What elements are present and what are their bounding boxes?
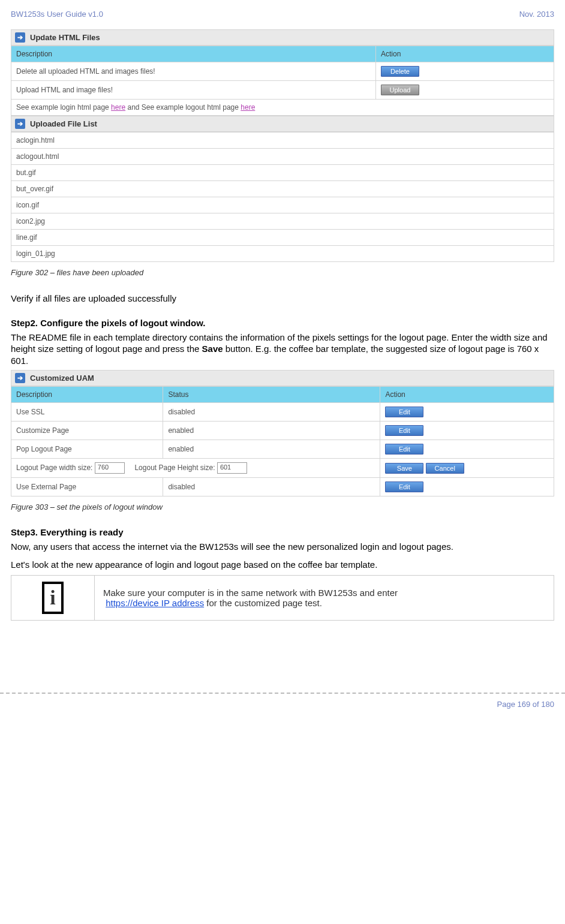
list-item: but.gif xyxy=(11,165,554,181)
login-example-link[interactable]: here xyxy=(111,103,125,112)
desc-cell: Use SSL xyxy=(11,403,163,422)
table-row: Delete all uploaded HTML and images file… xyxy=(11,62,554,81)
device-ip-link[interactable]: https://device IP address xyxy=(106,598,204,608)
file-name: login_01.jpg xyxy=(11,246,554,262)
doc-title: BW1253s User Guide v1.0 xyxy=(11,10,103,19)
text: See example login html page xyxy=(16,103,111,112)
arrow-icon: ➔ xyxy=(15,373,25,383)
bold-save: Save xyxy=(202,344,223,354)
action-cell: Edit xyxy=(380,422,554,440)
table-row: Upload HTML and image files! Upload xyxy=(11,81,554,100)
action-cell: Edit xyxy=(380,403,554,422)
desc-cell: Delete all uploaded HTML and images file… xyxy=(11,62,376,81)
update-html-section-bar: ➔ Update HTML Files xyxy=(11,29,554,46)
file-name: line.gif xyxy=(11,230,554,246)
text: and See example logout html page xyxy=(125,103,241,112)
file-name: but.gif xyxy=(11,165,554,181)
status-cell: disabled xyxy=(163,478,380,496)
status-cell: enabled xyxy=(163,440,380,459)
desc-cell: Customize Page xyxy=(11,422,163,440)
update-html-table: Description Action Delete all uploaded H… xyxy=(11,46,554,116)
note-line1: Make sure your computer is in the same n… xyxy=(103,588,545,598)
width-input[interactable]: 760 xyxy=(95,462,125,474)
verify-text: Verify if all files are uploaded success… xyxy=(11,293,554,305)
file-name: icon2.jpg xyxy=(11,213,554,230)
step3-title: Step3. Everything is ready xyxy=(11,527,554,537)
table-row: Customize Page enabled Edit xyxy=(11,422,554,440)
col-description: Description xyxy=(11,387,163,403)
action-cell: Save Cancel xyxy=(380,459,554,478)
table-row: Pop Logout Page enabled Edit xyxy=(11,440,554,459)
desc-cell: Use External Page xyxy=(11,478,163,496)
file-name: aclogin.html xyxy=(11,133,554,149)
col-status: Status xyxy=(163,387,380,403)
desc-cell: Pop Logout Page xyxy=(11,440,163,459)
file-name: aclogout.html xyxy=(11,149,554,165)
col-action: Action xyxy=(376,46,554,62)
doc-date: Nov. 2013 xyxy=(519,10,554,19)
table-row: Use SSL disabled Edit xyxy=(11,403,554,422)
table-row: See example login html page here and See… xyxy=(11,100,554,116)
info-icon-cell: i xyxy=(11,576,95,621)
figure-302-caption: Figure 302 – files have been uploaded xyxy=(11,268,554,277)
section-title: Update HTML Files xyxy=(30,33,100,42)
desc-cell: Upload HTML and image files! xyxy=(11,81,376,100)
uploaded-files-table: aclogin.html aclogout.html but.gif but_o… xyxy=(11,132,554,262)
logout-example-link[interactable]: here xyxy=(241,103,255,112)
list-item: line.gif xyxy=(11,230,554,246)
step2-paragraph: The README file in each template directo… xyxy=(11,332,554,367)
logout-size-row: Logout Page width size: 760 Logout Page … xyxy=(11,459,554,478)
note-line2: for the customized page test. xyxy=(204,598,322,608)
list-item: but_over.gif xyxy=(11,181,554,197)
info-note: i Make sure your computer is in the same… xyxy=(11,575,554,621)
example-links-cell: See example login html page here and See… xyxy=(11,100,554,116)
arrow-icon: ➔ xyxy=(15,32,25,43)
status-cell: enabled xyxy=(163,422,380,440)
info-icon: i xyxy=(42,582,64,614)
height-label: Logout Page Height size: xyxy=(134,463,215,472)
action-cell: Delete xyxy=(376,62,554,81)
upload-button[interactable]: Upload xyxy=(381,85,419,95)
action-cell: Edit xyxy=(380,478,554,496)
step3-p1: Now, any users that access the internet … xyxy=(11,541,554,553)
delete-button[interactable]: Delete xyxy=(381,66,419,77)
list-item: icon.gif xyxy=(11,197,554,213)
uploaded-file-list-section-bar: ➔ Uploaded File List xyxy=(11,116,554,132)
size-inputs-cell: Logout Page width size: 760 Logout Page … xyxy=(11,459,380,478)
customized-uam-section-bar: ➔ Customized UAM xyxy=(11,370,554,386)
list-item: aclogout.html xyxy=(11,149,554,165)
note-text-cell: Make sure your computer is in the same n… xyxy=(95,576,554,621)
edit-button[interactable]: Edit xyxy=(385,425,423,436)
table-row: Use External Page disabled Edit xyxy=(11,478,554,496)
step2-title: Step2. Configure the pixels of logout wi… xyxy=(11,318,554,328)
file-name: but_over.gif xyxy=(11,181,554,197)
cancel-button[interactable]: Cancel xyxy=(426,463,464,474)
customized-uam-table: Description Status Action Use SSL disabl… xyxy=(11,386,554,496)
arrow-icon: ➔ xyxy=(15,119,25,129)
file-name: icon.gif xyxy=(11,197,554,213)
action-cell: Upload xyxy=(376,81,554,100)
save-button[interactable]: Save xyxy=(385,463,423,474)
width-label: Logout Page width size: xyxy=(16,463,92,472)
height-input[interactable]: 601 xyxy=(217,462,247,474)
section-title: Customized UAM xyxy=(30,374,94,383)
page-number: Page 169 of 180 xyxy=(0,694,565,715)
col-action: Action xyxy=(380,387,554,403)
list-item: icon2.jpg xyxy=(11,213,554,230)
section-title: Uploaded File List xyxy=(30,119,97,128)
col-description: Description xyxy=(11,46,376,62)
edit-button[interactable]: Edit xyxy=(385,407,423,417)
edit-button[interactable]: Edit xyxy=(385,444,423,455)
list-item: login_01.jpg xyxy=(11,246,554,262)
step3-p2: Let's look at the new appearance of logi… xyxy=(11,559,554,571)
figure-303-caption: Figure 303 – set the pixels of logout wi… xyxy=(11,502,554,511)
status-cell: disabled xyxy=(163,403,380,422)
action-cell: Edit xyxy=(380,440,554,459)
edit-button[interactable]: Edit xyxy=(385,481,423,492)
list-item: aclogin.html xyxy=(11,133,554,149)
